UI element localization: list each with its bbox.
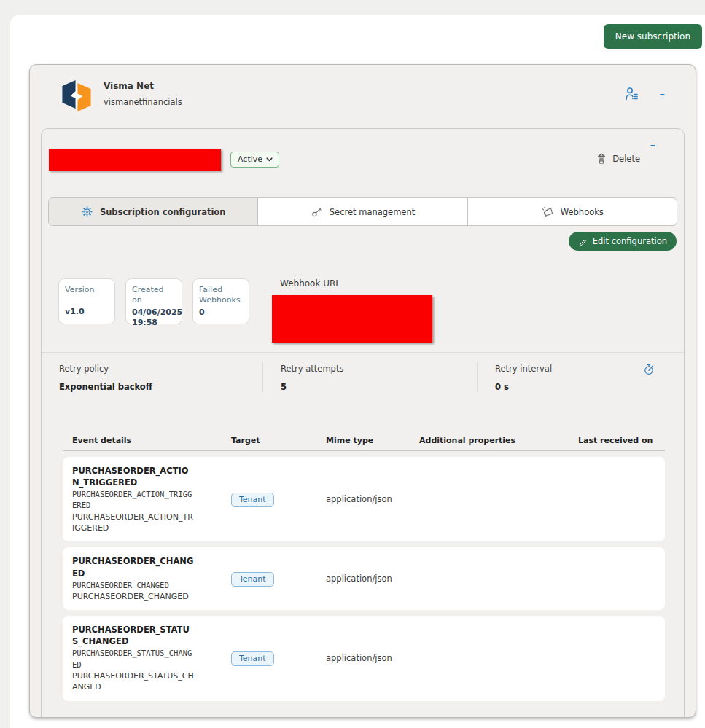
app-name: Visma Net xyxy=(104,81,182,91)
retry-attempts-value: 5 xyxy=(281,382,477,392)
card-header: Visma Net vismanetfinancials – xyxy=(30,65,696,112)
stat-label: Version xyxy=(65,285,109,295)
stat-value: 04/06/2025 19:58 xyxy=(132,308,176,329)
mime-type-cell: application/json xyxy=(326,653,419,663)
events-table: Event details Target Mime type Additiona… xyxy=(63,436,665,718)
stat-card-failed-webhooks: Failed Webhooks 0 xyxy=(192,278,249,324)
retry-interval-value: 0 s xyxy=(495,382,684,392)
tab-subscription-configuration[interactable]: Subscription configuration xyxy=(49,198,258,225)
webhook-uri-label: Webhook URI xyxy=(280,278,432,289)
column-header: Mime type xyxy=(326,436,419,445)
retry-section: Retry policy Exponential backoff Retry a… xyxy=(42,353,684,410)
subscription-panel: Active – xyxy=(41,128,685,718)
status-dropdown[interactable]: Active xyxy=(230,152,279,168)
pencil-icon xyxy=(578,237,588,246)
target-cell: Tenant xyxy=(231,491,326,507)
subscription-card: Visma Net vismanetfinancials – xyxy=(29,64,696,718)
webhook-uri-redacted xyxy=(272,295,432,343)
event-details-cell: PURCHASEORDER_STATUS_CHANGED PURCHASEORD… xyxy=(72,624,195,692)
stat-value: v1.0 xyxy=(65,307,109,318)
stat-card-version: Version v1.0 xyxy=(58,278,115,324)
retry-policy-label: Retry policy xyxy=(59,364,262,374)
collapse-card-minus-icon[interactable]: – xyxy=(660,90,666,98)
webhook-uri-block: Webhook URI xyxy=(272,278,432,343)
event-code: PURCHASEORDER_CHANGED xyxy=(72,580,195,591)
table-row: PURCHASEORDER_ACTION_TRIGGERED PURCHASEO… xyxy=(63,457,665,541)
table-row: PURCHASEORDER_CHANGED PURCHASEORDER_CHAN… xyxy=(63,547,665,610)
stopwatch-icon xyxy=(642,362,656,377)
column-header: Event details xyxy=(72,436,231,445)
event-code: PURCHASEORDER_ACTION_TRIGGERED xyxy=(72,489,195,511)
user-list-icon[interactable] xyxy=(623,85,641,103)
table-row: PURCHASEORDER_STATUS_CHANGED PURCHASEORD… xyxy=(63,616,665,700)
target-cell: Tenant xyxy=(231,650,326,666)
tab-label: Secret management xyxy=(330,207,415,217)
stat-label: Failed Webhooks xyxy=(199,285,243,306)
target-badge[interactable]: Tenant xyxy=(231,493,274,507)
chevron-down-icon xyxy=(266,157,273,162)
stat-label: Created on xyxy=(132,285,176,306)
event-description: PURCHASEORDER_STATUS_CHANGED xyxy=(72,670,195,693)
column-header: Additional properties xyxy=(419,436,578,445)
tab-label: Subscription configuration xyxy=(100,207,226,217)
edit-configuration-label: Edit configuration xyxy=(593,236,667,246)
delete-label: Delete xyxy=(612,154,640,164)
last-received-cell xyxy=(578,555,665,602)
key-icon xyxy=(311,206,323,218)
event-name: PURCHASEORDER_CHANGED xyxy=(72,555,195,579)
additional-properties-cell xyxy=(419,555,578,602)
last-received-cell xyxy=(578,624,665,692)
stat-card-created-on: Created on 04/06/2025 19:58 xyxy=(125,278,182,324)
stat-value: 0 xyxy=(199,308,243,318)
app-id: vismanetfinancials xyxy=(104,97,182,107)
subscription-subheader: Active – xyxy=(42,129,684,179)
additional-properties-cell xyxy=(419,465,578,533)
event-details-cell: PURCHASEORDER_CHANGED PURCHASEORDER_CHAN… xyxy=(72,555,195,602)
tab-bar: Subscription configuration Secret manage… xyxy=(48,197,677,226)
status-label: Active xyxy=(238,154,262,164)
edit-configuration-button[interactable]: Edit configuration xyxy=(569,232,677,251)
mime-type-cell: application/json xyxy=(326,494,419,504)
app-meta: Visma Net vismanetfinancials xyxy=(104,81,182,107)
retry-policy-value: Exponential backoff xyxy=(59,382,262,392)
last-received-cell xyxy=(578,465,665,533)
mime-type-cell: application/json xyxy=(326,574,419,584)
retry-attempts-label: Retry attempts xyxy=(281,364,477,374)
subscription-name-redacted xyxy=(49,149,221,171)
column-header: Last received on xyxy=(578,436,665,445)
event-code: PURCHASEORDER_STATUS_CHANGED xyxy=(72,648,195,670)
event-details-cell: PURCHASEORDER_ACTION_TRIGGERED PURCHASEO… xyxy=(72,465,195,533)
collapse-panel-minus-icon[interactable]: – xyxy=(650,141,656,149)
trash-icon xyxy=(595,152,608,165)
target-badge[interactable]: Tenant xyxy=(231,651,274,666)
events-table-header: Event details Target Mime type Additiona… xyxy=(63,436,665,451)
megaphone-icon xyxy=(541,206,554,219)
event-name: PURCHASEORDER_ACTION_TRIGGERED xyxy=(72,465,195,488)
visma-logo-icon xyxy=(59,79,94,112)
target-badge[interactable]: Tenant xyxy=(231,572,274,587)
target-cell: Tenant xyxy=(231,571,326,587)
event-name: PURCHASEORDER_STATUS_CHANGED xyxy=(72,624,195,647)
column-header: Target xyxy=(231,436,326,445)
event-description: PURCHASEORDER_CHANGED xyxy=(72,591,195,602)
event-description: PURCHASEORDER_ACTION_TRIGGERED xyxy=(72,512,195,534)
new-subscription-button[interactable]: New subscription xyxy=(604,24,702,49)
delete-button[interactable]: Delete xyxy=(595,152,640,165)
gear-icon xyxy=(81,206,93,218)
tab-label: Webhooks xyxy=(561,207,604,217)
tab-webhooks[interactable]: Webhooks xyxy=(468,198,677,225)
tab-secret-management[interactable]: Secret management xyxy=(258,198,467,225)
additional-properties-cell xyxy=(419,624,578,692)
